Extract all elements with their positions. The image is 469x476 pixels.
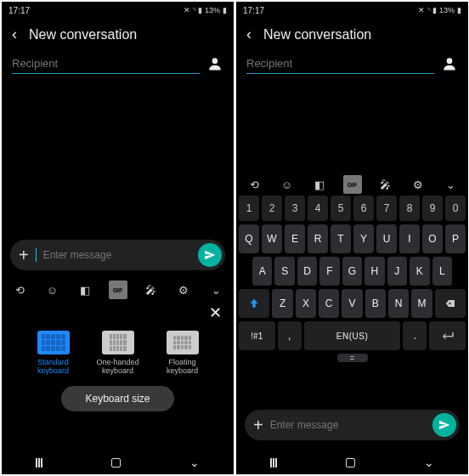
nav-home-icon[interactable]	[346, 458, 355, 468]
key-b[interactable]: B	[365, 289, 386, 318]
nav-home-icon[interactable]	[111, 458, 121, 468]
text-recognition-icon[interactable]: ⟲	[245, 175, 263, 194]
voice-icon[interactable]: 🎤︎	[376, 175, 394, 194]
kb-type-floating[interactable]: Floating keyboard	[156, 331, 209, 376]
key-u[interactable]: U	[376, 224, 397, 253]
key-space[interactable]: EN(US)	[304, 321, 400, 350]
mute-icon: ✕	[418, 6, 425, 14]
text-recognition-icon[interactable]: ⟲	[10, 280, 29, 299]
key-c[interactable]: C	[319, 289, 339, 318]
emoji-icon[interactable]: ☺	[278, 175, 297, 194]
key-t[interactable]: T	[331, 224, 351, 253]
status-time: 17:17	[8, 6, 30, 15]
close-button[interactable]: ✕	[2, 303, 234, 322]
key-d[interactable]: D	[297, 257, 317, 286]
key-period[interactable]: .	[403, 321, 427, 350]
sticker-icon[interactable]: ◧	[76, 280, 94, 299]
battery-icon: ▮	[457, 6, 461, 14]
key-4[interactable]: 4	[308, 196, 328, 221]
key-0[interactable]: 0	[445, 196, 466, 221]
send-button[interactable]	[432, 413, 456, 437]
gif-icon[interactable]: GIF	[343, 175, 362, 194]
recipient-input[interactable]	[246, 54, 434, 74]
kb-type-label: One-handed keyboard	[92, 358, 144, 376]
key-a[interactable]: A	[252, 257, 272, 286]
recipient-input[interactable]	[12, 54, 200, 74]
back-icon[interactable]: ‹	[246, 26, 251, 43]
key-9[interactable]: 9	[422, 196, 443, 221]
key-h[interactable]: H	[364, 257, 384, 286]
message-input[interactable]	[43, 249, 191, 261]
kb-type-label: Floating keyboard	[156, 358, 209, 376]
key-p[interactable]: P	[445, 224, 466, 253]
key-m[interactable]: M	[411, 289, 432, 318]
key-7[interactable]: 7	[376, 196, 397, 221]
chevron-down-icon[interactable]: ⌄	[441, 175, 460, 194]
back-icon[interactable]: ‹	[12, 26, 17, 43]
key-3[interactable]: 3	[285, 196, 305, 221]
key-backspace[interactable]	[435, 289, 466, 318]
wifi-icon: ◝	[193, 6, 195, 14]
keyboard-row2: A S D F G H J K L	[239, 257, 466, 286]
key-j[interactable]: J	[387, 257, 407, 286]
key-symbols[interactable]: !#1	[239, 321, 275, 350]
send-button[interactable]	[198, 243, 222, 267]
contact-icon[interactable]	[441, 55, 458, 72]
keyboard-size-button[interactable]: Keyboard size	[61, 386, 173, 411]
phone-screenshot-left: 17:17 ✕ ◝ ▮ 13% ▮ ‹ New conversation + ⟲…	[2, 2, 234, 474]
settings-icon[interactable]: ⚙	[174, 280, 193, 299]
key-g[interactable]: G	[342, 257, 362, 286]
key-k[interactable]: K	[410, 257, 429, 286]
key-enter[interactable]	[429, 321, 466, 350]
nav-recent-icon[interactable]	[36, 458, 42, 468]
key-x[interactable]: X	[296, 289, 316, 318]
key-q[interactable]: Q	[239, 224, 259, 253]
attach-icon[interactable]: +	[253, 416, 263, 435]
key-e[interactable]: E	[285, 224, 305, 253]
kb-type-standard[interactable]: Standard keyboard	[27, 331, 80, 376]
keyboard-handle[interactable]: =	[337, 354, 368, 362]
message-compose: +	[10, 240, 225, 270]
emoji-icon[interactable]: ☺	[43, 280, 62, 299]
key-comma[interactable]: ,	[278, 321, 302, 350]
key-6[interactable]: 6	[353, 196, 374, 221]
key-s[interactable]: S	[274, 257, 294, 286]
signal-icon: ▮	[198, 6, 202, 14]
key-n[interactable]: N	[388, 289, 409, 318]
key-8[interactable]: 8	[399, 196, 420, 221]
recipient-row	[2, 50, 234, 74]
keyboard-number-row: 1 2 3 4 5 6 7 8 9 0	[239, 196, 466, 221]
key-r[interactable]: R	[308, 224, 328, 253]
key-z[interactable]: Z	[272, 289, 292, 318]
key-o[interactable]: O	[422, 224, 443, 253]
recipient-row	[236, 50, 468, 74]
key-i[interactable]: I	[399, 224, 420, 253]
nav-back-icon[interactable]: ⌄	[424, 456, 434, 469]
mute-icon: ✕	[184, 6, 190, 14]
key-y[interactable]: Y	[353, 224, 374, 253]
key-f[interactable]: F	[319, 257, 339, 286]
svg-point-0	[212, 58, 218, 64]
key-l[interactable]: L	[432, 257, 452, 286]
attach-icon[interactable]: +	[19, 246, 29, 265]
contact-icon[interactable]	[206, 55, 223, 72]
keyboard-toolbar: ⟲ ☺ ◧ GIF 🎤︎ ⚙ ⌄	[236, 170, 468, 199]
key-5[interactable]: 5	[331, 196, 351, 221]
nav-recent-icon[interactable]	[270, 458, 277, 468]
battery-percent: 13%	[205, 6, 220, 14]
key-v[interactable]: V	[342, 289, 362, 318]
key-shift[interactable]	[239, 289, 269, 318]
voice-icon[interactable]: 🎤︎	[141, 280, 160, 299]
gif-icon[interactable]: GIF	[109, 280, 127, 299]
sticker-icon[interactable]: ◧	[310, 175, 329, 194]
battery-icon: ▮	[223, 6, 227, 14]
kb-type-onehanded[interactable]: One-handed keyboard	[92, 331, 144, 376]
chevron-down-icon[interactable]: ⌄	[206, 280, 225, 299]
settings-icon[interactable]: ⚙	[409, 175, 427, 194]
key-w[interactable]: W	[262, 224, 282, 253]
key-2[interactable]: 2	[262, 196, 282, 221]
nav-back-icon[interactable]: ⌄	[189, 456, 200, 469]
key-1[interactable]: 1	[239, 196, 259, 221]
message-compose: +	[245, 410, 460, 440]
message-input[interactable]	[270, 419, 426, 431]
